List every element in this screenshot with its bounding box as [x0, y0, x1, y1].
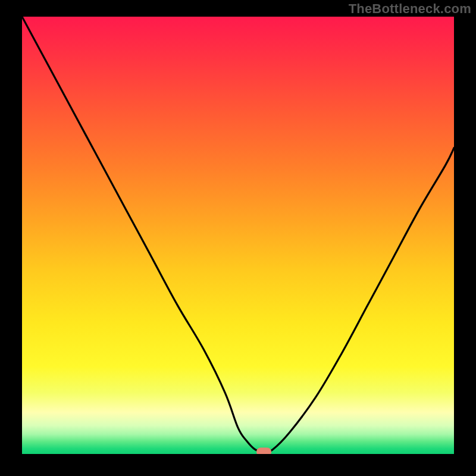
bottleneck-chart: [0, 0, 476, 476]
chart-frame: { "watermark": "TheBottleneck.com", "col…: [0, 0, 476, 476]
optimum-marker: [257, 448, 271, 456]
gradient-background: [22, 17, 454, 454]
